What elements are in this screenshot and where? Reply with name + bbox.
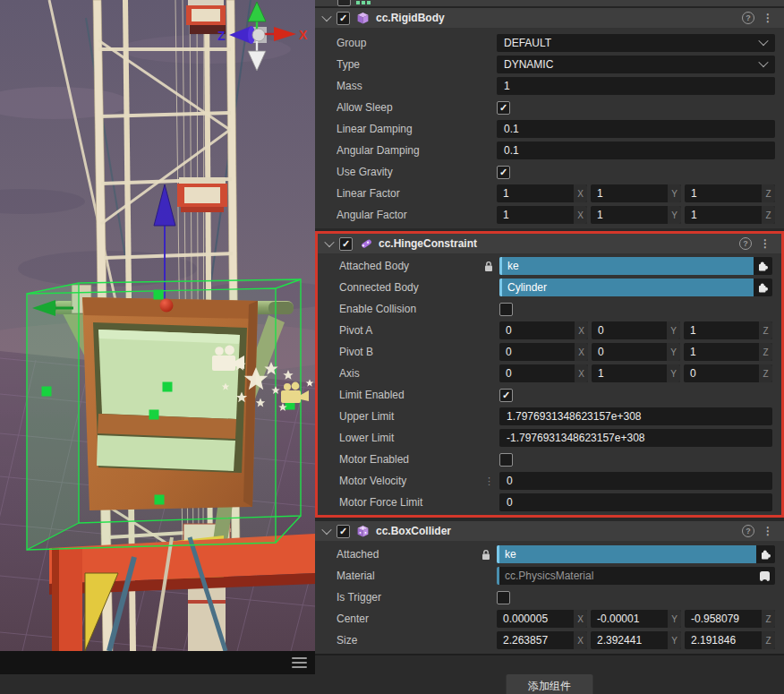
viewport-bottom-bar: [0, 651, 315, 674]
axis-z-field[interactable]: 0Z: [684, 364, 772, 382]
add-component-button[interactable]: 添加组件: [507, 674, 593, 694]
use-gravity-checkbox[interactable]: ✓: [497, 166, 510, 179]
drag-handle-icon[interactable]: ⋮: [484, 476, 494, 486]
rigidbody-enabled-checkbox[interactable]: ✓: [337, 12, 350, 25]
boxcollider-header[interactable]: ✓ cc.BoxCollider ? ⋮: [315, 521, 784, 541]
row-size: Size 2.263857X 2.392441Y 2.191846Z: [315, 630, 784, 651]
linear-damping-input[interactable]: 0.1: [497, 120, 775, 138]
collapse-chevron-icon[interactable]: [321, 525, 331, 535]
pivot-a-x-field[interactable]: 0X: [499, 321, 588, 339]
lower-limit-input[interactable]: -1.7976931348623157e+308: [499, 429, 772, 447]
center-x-field[interactable]: 0.000005X: [497, 610, 587, 628]
node-puzzle-icon: [756, 281, 769, 294]
scene-canvas: X Z: [0, 0, 315, 651]
size-z-field[interactable]: 2.191846Z: [685, 631, 775, 649]
pivot-b-x-field[interactable]: 0X: [499, 343, 588, 361]
axis-z-tag: Z: [762, 206, 775, 224]
size-y-field[interactable]: 2.392441Y: [591, 631, 681, 649]
axis-x-tag: X: [575, 364, 588, 382]
rigidbody-title: cc.RigidBody: [376, 12, 736, 24]
row-motor-enabled: Motor Enabled ✓: [318, 449, 781, 470]
component-rigidbody: ✓ cc.RigidBody ? ⋮ Group DEFAULT Type: [315, 8, 784, 228]
angular-factor-x-field[interactable]: 1X: [497, 206, 587, 224]
row-angular-factor: Angular Factor 1X 1Y 1Z: [315, 204, 784, 226]
angular-factor-z-field[interactable]: 1Z: [685, 206, 775, 224]
more-menu-icon[interactable]: ⋮: [761, 13, 775, 23]
motor-force-limit-input[interactable]: 0: [499, 493, 772, 511]
row-use-gravity: Use Gravity ✓: [315, 161, 784, 183]
lower-limit-label: Lower Limit: [339, 432, 478, 444]
linear-damping-label: Linear Damping: [337, 123, 475, 135]
row-axis: Axis 0X 1Y 0Z: [318, 363, 781, 384]
pivot-a-y-field[interactable]: 0Y: [592, 321, 680, 339]
motor-velocity-label: Motor Velocity: [339, 475, 478, 487]
more-menu-icon[interactable]: ⋮: [758, 238, 772, 249]
axis-z-tag: Z: [759, 364, 772, 382]
connected-body-node-ref[interactable]: Cylinder: [499, 278, 772, 296]
boxcollider-title: cc.BoxCollider: [376, 525, 736, 537]
component-hingeconstraint-highlighted: ✓ cc.HingeConstraint ? ⋮ Attached Body k…: [315, 231, 784, 518]
mass-input[interactable]: 1: [497, 77, 775, 95]
type-select[interactable]: DYNAMIC: [497, 56, 775, 73]
collapse-chevron-icon[interactable]: [321, 12, 331, 21]
axis-z-tag: Z: [762, 631, 775, 649]
center-z-field[interactable]: -0.958079Z: [685, 610, 775, 628]
motor-velocity-input[interactable]: 0: [499, 472, 772, 490]
row-motor-velocity: Motor Velocity ⋮ 0: [318, 470, 781, 492]
axis-y-tag: Y: [668, 184, 681, 202]
collapse-chevron-icon[interactable]: [324, 237, 334, 247]
rigidbody-header[interactable]: ✓ cc.RigidBody ? ⋮: [315, 8, 784, 28]
row-pivot-b: Pivot B 0X 0Y 1Z: [318, 341, 781, 363]
hinge-enabled-checkbox[interactable]: ✓: [339, 237, 353, 251]
angular-factor-y-field[interactable]: 1Y: [591, 206, 681, 224]
pivot-sphere[interactable]: [160, 299, 174, 313]
linear-factor-x-field[interactable]: 1X: [497, 184, 587, 202]
attached-body-node-ref[interactable]: ke: [499, 257, 772, 275]
center-y-field[interactable]: -0.00001Y: [591, 610, 681, 628]
row-is-trigger: Is Trigger ✓: [315, 587, 784, 608]
attached-label: Attached: [337, 548, 475, 561]
motor-enabled-checkbox[interactable]: ✓: [499, 453, 513, 467]
limit-enabled-checkbox[interactable]: ✓: [499, 389, 513, 402]
rigidbody-cube-icon: [356, 12, 370, 25]
angular-damping-input[interactable]: 0.1: [497, 141, 775, 159]
use-gravity-label: Use Gravity: [337, 166, 475, 178]
material-asset-ref[interactable]: cc.PhysicsMaterial: [497, 567, 775, 585]
material-icon: [759, 570, 771, 582]
enable-collision-checkbox[interactable]: ✓: [499, 303, 513, 316]
axis-x-field[interactable]: 0X: [499, 364, 588, 382]
attached-node-ref[interactable]: ke: [497, 545, 775, 563]
row-upper-limit: Upper Limit 1.7976931348623157e+308: [318, 406, 781, 427]
row-linear-damping: Linear Damping 0.1: [315, 118, 784, 140]
help-icon[interactable]: ?: [742, 525, 754, 537]
menu-hamburger-icon[interactable]: [292, 657, 307, 668]
help-icon[interactable]: ?: [742, 12, 754, 24]
more-menu-icon[interactable]: ⋮: [761, 526, 775, 536]
boxcollider-enabled-checkbox[interactable]: ✓: [337, 525, 350, 538]
linear-factor-y-field[interactable]: 1Y: [591, 184, 681, 202]
pivot-b-z-field[interactable]: 1Z: [684, 343, 772, 361]
help-icon[interactable]: ?: [739, 237, 752, 250]
inspector-footer: 添加组件: [315, 654, 784, 694]
row-pivot-a: Pivot A 0X 0Y 1Z: [318, 320, 781, 341]
material-label: Material: [337, 570, 475, 582]
size-x-field[interactable]: 2.263857X: [497, 631, 587, 649]
pivot-a-z-field[interactable]: 1Z: [684, 321, 772, 339]
is-trigger-checkbox[interactable]: ✓: [497, 591, 510, 604]
motor-enabled-label: Motor Enabled: [339, 453, 478, 466]
pivot-b-y-field[interactable]: 0Y: [592, 343, 680, 361]
row-attached: Attached ke: [315, 544, 784, 565]
group-select[interactable]: DEFAULT: [497, 34, 775, 52]
allow-sleep-checkbox[interactable]: ✓: [497, 101, 510, 115]
axis-x-tag: X: [574, 631, 587, 649]
linear-factor-z-field[interactable]: 1Z: [685, 184, 775, 202]
limit-enabled-label: Limit Enabled: [339, 389, 478, 401]
attached-body-value: ke: [499, 257, 754, 275]
upper-limit-input[interactable]: 1.7976931348623157e+308: [499, 407, 772, 425]
scene-viewport[interactable]: X Z: [0, 0, 315, 651]
axis-y-field[interactable]: 1Y: [592, 364, 680, 382]
pivot-b-label: Pivot B: [339, 346, 478, 358]
lock-icon: [483, 261, 494, 272]
row-linear-factor: Linear Factor 1X 1Y 1Z: [315, 183, 784, 204]
hinge-header[interactable]: ✓ cc.HingeConstraint ? ⋮: [318, 234, 781, 253]
